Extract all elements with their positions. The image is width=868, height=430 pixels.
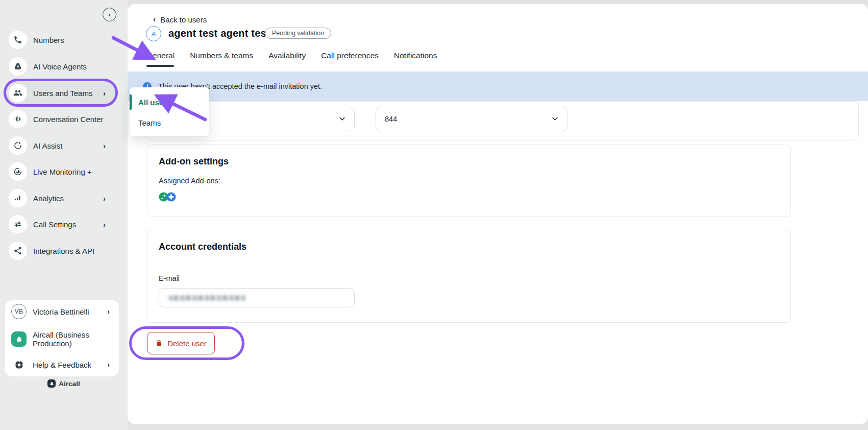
bar-chart-icon — [9, 189, 27, 207]
flyout-item-label: Teams — [138, 118, 161, 127]
addon-settings-title: Add-on settings — [159, 156, 229, 167]
sidebar-item-analytics[interactable]: Analytics › — [7, 187, 116, 209]
trash-icon — [155, 339, 163, 347]
chevron-down-icon — [551, 115, 559, 125]
chevron-right-icon: › — [103, 220, 106, 229]
email-label: E-mail — [159, 274, 180, 282]
email-field[interactable] — [159, 288, 355, 307]
workspace-name: Aircall (Business Production) — [33, 330, 97, 348]
tab-numbers-teams[interactable]: Numbers & teams — [190, 51, 253, 60]
chevron-right-icon: › — [107, 361, 110, 369]
avatar: VB — [11, 304, 27, 319]
sidebar-item-numbers[interactable]: Numbers — [7, 29, 116, 51]
blue-plus-addon-icon — [166, 192, 176, 202]
role-settings-card: 844 — [147, 101, 859, 140]
sidebar-item-label: AI Voice Agents — [33, 62, 87, 71]
sidebar-item-ai-assist[interactable]: AI Assist › — [7, 134, 116, 157]
users-icon — [9, 84, 27, 102]
users-teams-flyout: All users Teams — [130, 87, 209, 136]
help-feedback-menu[interactable]: Help & Feedback › — [5, 353, 119, 376]
ai-assist-icon — [9, 136, 27, 155]
flyout-item-teams[interactable]: Teams — [130, 115, 209, 130]
ai-voice-icon — [9, 57, 27, 76]
sidebar-item-label: Numbers — [33, 36, 64, 44]
aircall-workspace-icon — [11, 331, 27, 347]
info-banner: i This user hasn't accepted the e-mail i… — [128, 71, 868, 101]
sidebar-item-label: Call Settings — [33, 220, 76, 229]
chevron-left-icon: ‹ — [153, 15, 156, 24]
account-credentials-title: Account credentials — [159, 242, 246, 252]
sidebar-item-call-settings[interactable]: Call Settings › — [7, 213, 116, 235]
workspace-switcher[interactable]: Aircall (Business Production) — [5, 325, 119, 353]
status-badge: Pending validation — [265, 28, 331, 39]
active-tab-underline — [146, 65, 174, 67]
chevron-right-icon: › — [103, 194, 106, 203]
brand-footer: Aircall — [0, 379, 128, 388]
sliders-icon — [9, 215, 27, 233]
gauge-icon — [9, 162, 27, 181]
flyout-item-all-users[interactable]: All users — [130, 94, 209, 110]
sidebar-item-live-monitoring[interactable]: Live Monitoring + — [7, 160, 116, 183]
help-feedback-label: Help & Feedback — [33, 361, 97, 369]
chevron-down-icon — [338, 115, 346, 125]
addon-settings-card: Add-on settings Assigned Add-ons: — [147, 145, 791, 217]
share-nodes-icon — [9, 242, 27, 260]
flyout-item-label: All users — [138, 98, 170, 107]
sidebar-item-integrations-api[interactable]: Integrations & API — [7, 240, 116, 262]
sidebar-collapse-button[interactable]: ‹ — [103, 8, 116, 21]
sidebar-item-label: Integrations & API — [33, 247, 94, 255]
tab-availability[interactable]: Availability — [268, 51, 306, 60]
tab-notifications[interactable]: Notifications — [394, 51, 437, 60]
account-card: VB Victoria Bettinelli › Aircall (Busine… — [5, 300, 119, 376]
user-avatar: A — [146, 26, 161, 41]
back-to-users-link[interactable]: ‹ Back to users — [153, 15, 207, 24]
chevron-right-icon: › — [103, 141, 106, 150]
current-user-name: Victoria Bettinelli — [33, 307, 97, 316]
delete-user-label: Delete user — [167, 339, 207, 348]
sidebar-item-label: Users and Teams — [33, 89, 92, 98]
area-code-value: 844 — [385, 115, 397, 123]
page-title: agent test agent test — [168, 28, 270, 39]
sidebar-item-label: AI Assist — [33, 141, 63, 150]
delete-user-button[interactable]: Delete user — [147, 332, 215, 354]
account-credentials-card: Account credentials E-mail — [147, 230, 791, 323]
chevron-right-icon: › — [103, 89, 106, 98]
sidebar-item-label: Conversation Center — [33, 115, 104, 124]
waveform-icon — [9, 110, 27, 128]
back-label: Back to users — [160, 15, 207, 24]
sidebar-item-label: Analytics — [33, 194, 64, 203]
tab-call-preferences[interactable]: Call preferences — [321, 51, 379, 60]
main-panel: ‹ Back to users A agent test agent test … — [128, 4, 868, 424]
tab-general[interactable]: General — [146, 51, 175, 60]
tab-bar: General Numbers & teams Availability Cal… — [146, 51, 437, 60]
sidebar-item-ai-voice-agents[interactable]: AI Voice Agents — [7, 55, 116, 78]
brand-wordmark: Aircall — [59, 380, 80, 388]
chevron-right-icon: › — [107, 307, 110, 316]
assigned-addons-list — [159, 192, 176, 202]
current-user-menu[interactable]: VB Victoria Bettinelli › — [5, 300, 119, 323]
sidebar-item-users-and-teams[interactable]: Users and Teams › — [7, 82, 116, 104]
assigned-addons-label: Assigned Add-ons: — [159, 177, 220, 185]
lifebuoy-icon — [11, 357, 27, 372]
chevron-left-icon: ‹ — [108, 11, 110, 18]
sidebar-item-label: Live Monitoring + — [33, 168, 92, 176]
sidebar: ‹ Numbers AI Voice Agents Users and Team… — [0, 0, 128, 430]
phone-icon — [9, 31, 27, 49]
redacted-email-value — [168, 295, 246, 301]
area-code-select[interactable]: 844 — [376, 107, 567, 131]
aircall-logo-icon — [47, 379, 56, 388]
sidebar-item-conversation-center[interactable]: Conversation Center — [7, 108, 116, 130]
